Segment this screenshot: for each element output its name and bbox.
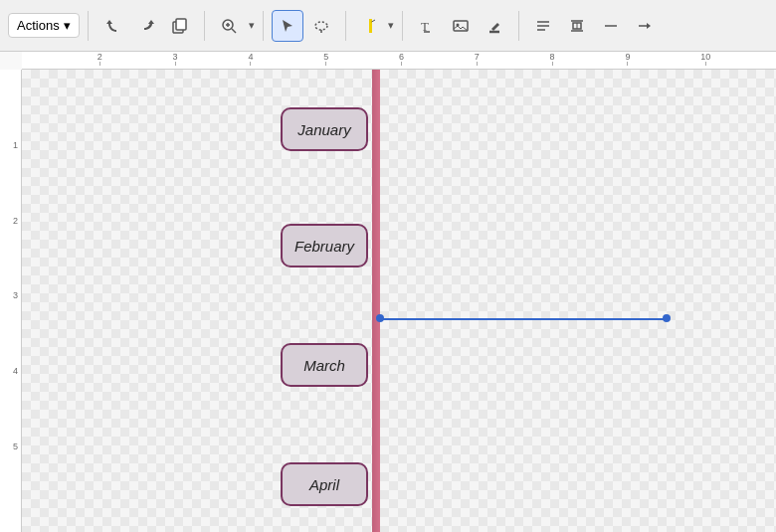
h-ruler-tick-3: 3: [173, 52, 178, 66]
january-box[interactable]: January: [281, 107, 368, 151]
line2-icon: [637, 18, 653, 34]
march-box[interactable]: March: [281, 343, 368, 387]
connector-line: [380, 318, 667, 320]
h-ruler-tick-6: 6: [399, 52, 404, 66]
april-box[interactable]: April: [281, 462, 368, 506]
actions-group: Actions ▾: [8, 13, 80, 38]
redo-button[interactable]: [130, 10, 162, 42]
canvas-area: 12345 January February March April: [0, 70, 776, 532]
text-image-group: T: [411, 10, 510, 42]
undo-button[interactable]: [97, 10, 128, 42]
february-box[interactable]: February: [281, 224, 368, 267]
select-tools-group: [272, 10, 337, 42]
lasso-icon: [313, 18, 329, 34]
january-label: January: [297, 121, 350, 138]
h-ruler-tick-5: 5: [323, 52, 328, 66]
sep-5: [402, 11, 403, 41]
svg-line-3: [232, 29, 236, 33]
vertical-line: [372, 70, 380, 532]
zoom-arrow: ▾: [249, 19, 255, 32]
select-icon: [280, 18, 295, 34]
select-button[interactable]: [272, 10, 303, 42]
align-button[interactable]: [527, 10, 559, 42]
h-ruler-tick-9: 9: [625, 52, 630, 66]
image-icon: [453, 18, 469, 34]
line-yellow-icon: [362, 18, 378, 34]
draw-icon: [486, 18, 502, 34]
sep-2: [204, 11, 205, 41]
clone-button[interactable]: [164, 10, 196, 42]
svg-line-9: [371, 20, 375, 22]
line-yellow-button[interactable]: [354, 10, 386, 42]
h-ruler-tick-4: 4: [248, 52, 253, 66]
v-ruler-tick-3: 3: [13, 290, 18, 300]
v-ruler-tick-5: 5: [13, 442, 18, 451]
h-ruler-tick-10: 10: [700, 52, 710, 66]
line-arrow: ▾: [388, 19, 394, 32]
february-label: February: [294, 238, 354, 255]
line1-button[interactable]: [595, 10, 627, 42]
sep-6: [518, 11, 519, 41]
line-tools-group: ▾: [354, 10, 394, 42]
actions-label: Actions: [17, 18, 60, 33]
h-ruler-tick-2: 2: [97, 52, 102, 66]
text-icon: T: [419, 18, 435, 34]
align-icon: [535, 18, 551, 34]
line2-button[interactable]: [629, 10, 661, 42]
sep-4: [345, 11, 346, 41]
actions-arrow: ▾: [64, 18, 71, 33]
toolbar: Actions ▾ ▾: [0, 0, 776, 52]
distribute-icon: [569, 18, 585, 34]
lasso-button[interactable]: [305, 10, 337, 42]
v-ruler-tick-4: 4: [13, 366, 18, 376]
sep-3: [263, 11, 264, 41]
distribute-button[interactable]: [561, 10, 593, 42]
v-ruler-tick-1: 1: [13, 140, 18, 150]
text-button[interactable]: T: [411, 10, 443, 42]
actions-button[interactable]: Actions ▾: [8, 13, 80, 38]
march-label: March: [303, 357, 345, 374]
format-group: [527, 10, 661, 42]
connector-dot-left: [376, 314, 384, 322]
svg-rect-8: [369, 19, 372, 33]
horizontal-ruler: 2345678910: [22, 52, 776, 70]
draw-button[interactable]: [479, 10, 510, 42]
zoom-icon: [221, 18, 237, 34]
redo-icon: [138, 18, 154, 34]
connector-dot-right: [663, 314, 671, 322]
zoom-group: ▾: [213, 10, 255, 42]
image-button[interactable]: [445, 10, 477, 42]
svg-point-6: [315, 22, 327, 30]
sep-1: [88, 11, 89, 41]
clone-icon: [172, 18, 188, 34]
zoom-button[interactable]: [213, 10, 245, 42]
v-ruler-tick-2: 2: [13, 216, 18, 226]
vertical-ruler: 12345: [0, 70, 22, 532]
history-group: [97, 10, 196, 42]
h-ruler-tick-8: 8: [550, 52, 555, 66]
undo-icon: [104, 18, 120, 34]
h-ruler-tick-7: 7: [475, 52, 480, 66]
line1-icon: [603, 18, 619, 34]
april-label: April: [309, 476, 339, 493]
drawing-area[interactable]: January February March April: [22, 70, 776, 532]
svg-rect-1: [176, 19, 186, 30]
